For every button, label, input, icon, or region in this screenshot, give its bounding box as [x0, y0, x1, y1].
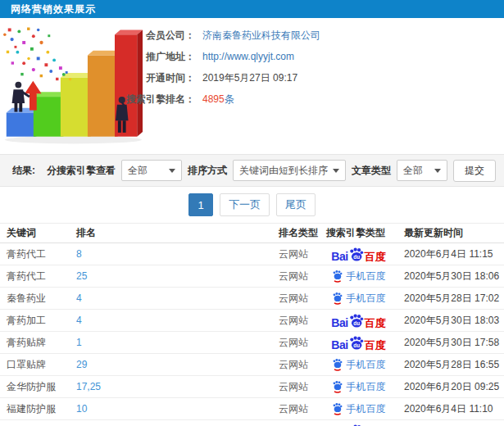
rank-type-cell: 云网站	[272, 314, 320, 328]
baidu-paw-icon	[332, 270, 343, 283]
keyword-cell: 秦鲁药业	[0, 292, 70, 306]
open-time-value: 2019年5月27日 09:17	[202, 71, 297, 85]
chevron-down-icon	[169, 169, 175, 173]
submit-button[interactable]: 提交	[453, 160, 496, 182]
rank-link[interactable]: 4	[70, 315, 272, 326]
table-header-row: 关键词 排名 排名类型 搜索引擎类型 最新更新时间	[0, 223, 504, 243]
promo-url-label: 推广地址：	[116, 50, 195, 64]
updated-cell: 2020年6月20日 09:25	[397, 380, 504, 394]
rank-link[interactable]: 25	[70, 270, 272, 282]
header-updated: 最新更新时间	[397, 226, 504, 240]
chevron-down-icon	[333, 169, 339, 173]
rank-link[interactable]: 4	[70, 292, 272, 304]
company-name-link[interactable]: 济南秦鲁药业科技有限公司	[202, 29, 320, 43]
baidu-mobile-logo: 手机百度	[332, 292, 386, 306]
engine-cell: Baidu百度	[320, 247, 397, 262]
info-row-ranking-count: 搜索引擎排名： 4895条	[116, 88, 502, 110]
sort-label: 排序方式	[188, 164, 227, 178]
baidu-pc-logo: Baidu百度	[331, 247, 385, 262]
engine-view-label: 分搜索引擎查看	[47, 164, 116, 178]
engine-cell: 手机百度	[320, 358, 397, 372]
engine-cell: Baidu百度	[320, 313, 397, 329]
table-row: 金华防护服17,25云网站手机百度2020年6月20日 09:25	[0, 376, 504, 398]
filter-bar: 结果: 分搜索引擎查看 全部 排序方式 关键词由短到长排序 文章类型 全部 提交	[0, 154, 504, 187]
table-row: 口罩贴牌29云网站手机百度2020年5月28日 16:55	[0, 354, 504, 376]
chevron-down-icon	[434, 169, 441, 173]
rank-link[interactable]: 1	[70, 337, 272, 348]
rank-link[interactable]: 17,25	[70, 381, 272, 392]
keyword-cell: 金华防护服	[0, 380, 70, 394]
page-title: 网络营销效果展示	[11, 3, 96, 15]
ranking-count-label: 搜索引擎排名：	[116, 93, 195, 106]
updated-cell: 2020年6月4日 11:10	[397, 402, 504, 416]
open-time-label: 开通时间：	[116, 71, 195, 85]
keyword-cell: 膏药加工	[0, 314, 70, 328]
article-type-select[interactable]: 全部	[397, 160, 447, 181]
keyword-cell: 膏药代工	[0, 247, 70, 261]
keyword-cell: 福建防护服	[0, 402, 70, 416]
rank-type-cell: 云网站	[272, 292, 320, 306]
info-fields: 会员公司： 济南秦鲁药业科技有限公司 推广地址： http://www.qlyy…	[116, 25, 502, 110]
engine-cell: 手机百度	[320, 380, 397, 394]
ranking-count-unit: 条	[225, 93, 234, 105]
rank-type-cell: 云网站	[272, 247, 320, 261]
rank-type-cell: 云网站	[272, 402, 320, 416]
baidu-pc-logo: Baidu百度	[331, 313, 385, 329]
engine-cell: Baidu百度	[320, 424, 397, 426]
last-page-button[interactable]: 尾页	[276, 193, 316, 216]
result-section-label: 结果:	[12, 164, 35, 178]
rank-link[interactable]: 29	[70, 359, 272, 370]
rank-type-cell: 云网站	[272, 270, 320, 283]
next-page-button[interactable]: 下一页	[220, 193, 270, 216]
info-row-company: 会员公司： 济南秦鲁药业科技有限公司	[116, 25, 502, 46]
baidu-pc-logo: Baidu百度	[331, 335, 385, 351]
engine-cell: 手机百度	[320, 270, 397, 283]
baidu-mobile-logo: 手机百度	[332, 358, 386, 372]
info-section: 会员公司： 济南秦鲁药业科技有限公司 推广地址： http://www.qlyy…	[0, 18, 504, 154]
engine-cell: Baidu百度	[320, 335, 397, 351]
rank-type-cell: 云网站	[272, 380, 320, 394]
baidu-paw-icon: du	[348, 313, 364, 329]
baidu-paw-icon	[332, 402, 343, 415]
baidu-paw-icon	[332, 292, 343, 305]
baidu-paw-icon: du	[348, 247, 364, 262]
updated-cell: 2020年5月30日 17:58	[397, 336, 504, 350]
baidu-paw-icon: du	[348, 335, 364, 351]
rank-type-cell: 云网站	[272, 336, 320, 350]
window-title-bar: 网络营销效果展示	[0, 0, 504, 18]
filter-controls: 分搜索引擎查看 全部 排序方式 关键词由短到长排序 文章类型 全部 提交	[47, 160, 496, 182]
baidu-paw-icon	[332, 358, 343, 371]
info-row-open-time: 开通时间： 2019年5月27日 09:17	[116, 67, 502, 88]
pagination: 1 下一页 尾页	[0, 187, 504, 223]
baidu-mobile-logo: 手机百度	[332, 270, 386, 283]
keyword-cell: 膏药贴牌	[0, 336, 70, 350]
table-row: 膏药代工8云网站Baidu百度2020年6月4日 11:15	[0, 243, 504, 265]
sort-select[interactable]: 关键词由短到长排序	[233, 160, 346, 181]
updated-cell: 2020年5月30日 18:06	[397, 270, 504, 283]
updated-cell: 2020年5月28日 16:55	[397, 358, 504, 372]
page-1-button[interactable]: 1	[188, 193, 213, 216]
baidu-paw-icon	[332, 380, 343, 393]
table-row: Baidu百度	[0, 420, 504, 426]
confetti-dots	[3, 28, 71, 81]
promo-url-link[interactable]: http://www.qlyyjt.com	[202, 51, 294, 62]
updated-cell: 2020年6月4日 11:15	[397, 247, 504, 261]
table-row: 膏药代工25云网站手机百度2020年5月30日 18:06	[0, 265, 504, 288]
baidu-mobile-logo: 手机百度	[332, 402, 386, 416]
baidu-paw-icon: du	[348, 424, 364, 426]
baidu-pc-logo: Baidu百度	[331, 424, 385, 426]
engine-cell: 手机百度	[320, 402, 397, 416]
header-rank: 排名	[70, 226, 272, 240]
ranking-count-value: 4895条	[202, 93, 234, 106]
header-engine-type: 搜索引擎类型	[320, 226, 397, 240]
rank-link[interactable]: 8	[70, 248, 272, 260]
table-body: 膏药代工8云网站Baidu百度2020年6月4日 11:15膏药代工25云网站手…	[0, 243, 504, 426]
keyword-cell: 膏药代工	[0, 270, 70, 283]
engine-view-select[interactable]: 全部	[121, 160, 182, 181]
svg-text:du: du	[353, 342, 360, 347]
table-row: 秦鲁药业4云网站手机百度2020年5月28日 17:02	[0, 288, 504, 310]
article-type-label: 文章类型	[352, 164, 391, 178]
table-row: 膏药加工4云网站Baidu百度2020年5月30日 18:03	[0, 310, 504, 332]
updated-cell: 2020年5月30日 18:03	[397, 314, 504, 328]
rank-link[interactable]: 10	[70, 403, 272, 415]
